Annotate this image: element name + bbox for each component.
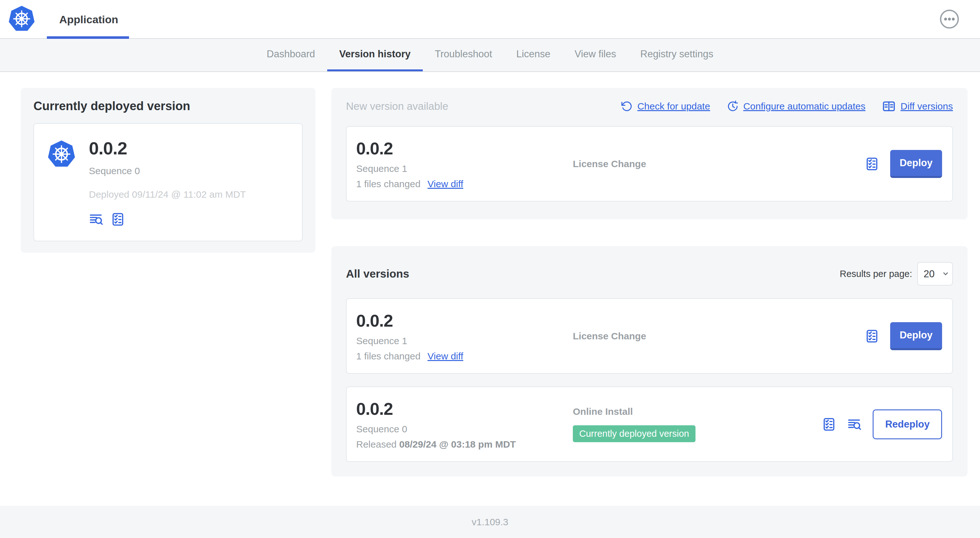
currently-deployed-panel: Currently deployed version [21, 88, 315, 253]
current-version-number: 0.0.2 [89, 138, 246, 159]
files-changed-count: 1 files changed [356, 179, 420, 189]
view-diff-link[interactable]: View diff [428, 351, 463, 362]
configure-automatic-updates-link[interactable]: Configure automatic updates [727, 100, 865, 113]
main-content: Currently deployed version [0, 72, 980, 506]
view-deploy-logs-button[interactable] [847, 417, 862, 432]
version-info: 0.0.2 Sequence 1 1 files changed View di… [356, 311, 573, 362]
deploy-button[interactable]: Deploy [890, 150, 942, 178]
version-released-date: Released 08/29/24 @ 03:18 pm MDT [356, 439, 573, 450]
checklist-icon [111, 212, 125, 227]
results-per-page-select-wrap: 20 [917, 262, 953, 286]
tab-version-history[interactable]: Version history [327, 39, 423, 71]
kubernetes-logo-icon[interactable] [8, 5, 36, 33]
new-version-row: 0.0.2 Sequence 1 1 files changed View di… [346, 126, 953, 202]
currently-deployed-title: Currently deployed version [33, 99, 303, 113]
tab-license[interactable]: License [504, 39, 563, 71]
results-per-page-select[interactable]: 20 [917, 262, 953, 286]
tab-troubleshoot[interactable]: Troubleshoot [423, 39, 504, 71]
refresh-icon [620, 100, 633, 113]
tab-registry-settings[interactable]: Registry settings [628, 39, 725, 71]
files-changed-row: 1 files changed View diff [356, 351, 573, 362]
admin-console-page: Application Dashboard Version history Tr… [0, 0, 980, 538]
app-title-active-indicator [47, 36, 129, 39]
tab-dashboard[interactable]: Dashboard [255, 39, 327, 71]
version-source-column: License Change [573, 331, 865, 341]
view-logs-button[interactable] [89, 212, 103, 227]
results-per-page: Results per page: 20 [840, 262, 953, 286]
new-version-panel: New version available Check for update [331, 88, 967, 219]
version-row-sequence-1: 0.0.2 Sequence 1 1 files changed View di… [346, 298, 953, 374]
deploy-button[interactable]: Deploy [890, 322, 942, 350]
version-source-column: Online Install Currently deployed versio… [573, 406, 822, 442]
update-actions: Check for update Configure automatic upd… [620, 99, 953, 113]
main-nav: Dashboard Version history Troubleshoot L… [0, 39, 980, 72]
redeploy-button[interactable]: Redeploy [873, 409, 942, 439]
version-sequence: Sequence 1 [356, 335, 573, 346]
kubernetes-app-icon [47, 140, 76, 169]
overflow-menu-button[interactable] [939, 9, 959, 29]
version-number: 0.0.2 [356, 311, 573, 330]
check-for-update-link[interactable]: Check for update [620, 100, 710, 113]
all-versions-panel: All versions Results per page: 20 [331, 246, 967, 476]
currently-deployed-badge: Currently deployed version [573, 425, 695, 442]
version-actions: Deploy [865, 322, 942, 350]
diff-versions-link[interactable]: Diff versions [882, 99, 953, 113]
checklist-icon [865, 329, 879, 343]
checklist-icon [822, 417, 836, 432]
version-row-sequence-0: 0.0.2 Sequence 0 Released 08/29/24 @ 03:… [346, 386, 953, 462]
current-version-info: 0.0.2 Sequence 0 Deployed 09/11/24 @ 11:… [89, 138, 246, 227]
logs-icon [847, 417, 862, 432]
version-sequence: Sequence 1 [356, 163, 573, 174]
version-source: License Change [573, 159, 865, 169]
tab-view-files[interactable]: View files [562, 39, 628, 71]
app-header: Application [0, 0, 980, 39]
current-version-deployed-date: Deployed 09/11/24 @ 11:02 am MDT [89, 189, 246, 200]
currently-deployed-card: 0.0.2 Sequence 0 Deployed 09/11/24 @ 11:… [33, 123, 303, 241]
files-changed-count: 1 files changed [356, 351, 420, 362]
checklist-icon [865, 157, 879, 171]
versions-section: New version available Check for update [331, 88, 967, 476]
currently-deployed-section: Currently deployed version [21, 88, 315, 253]
version-source: License Change [573, 331, 865, 341]
version-source-column: License Change [573, 159, 865, 169]
app-title-tab[interactable]: Application [59, 0, 118, 39]
all-versions-title: All versions [346, 267, 409, 280]
ellipsis-icon [939, 9, 959, 29]
version-info: 0.0.2 Sequence 1 1 files changed View di… [356, 138, 573, 189]
app-footer: v1.109.3 [0, 506, 980, 538]
version-actions: Deploy [865, 150, 942, 178]
view-preflight-checks-button[interactable] [865, 329, 879, 343]
diff-icon [882, 99, 896, 113]
view-preflight-checks-button[interactable] [111, 212, 125, 227]
view-preflight-checks-button[interactable] [822, 417, 836, 432]
all-versions-header: All versions Results per page: 20 [346, 262, 953, 286]
scheduled-update-clock-icon [727, 100, 739, 113]
new-version-header: New version available Check for update [346, 99, 953, 113]
new-version-title: New version available [346, 100, 448, 113]
version-info: 0.0.2 Sequence 0 Released 08/29/24 @ 03:… [356, 399, 573, 450]
view-diff-link[interactable]: View diff [428, 179, 463, 189]
current-version-sequence: Sequence 0 [89, 165, 246, 176]
current-version-actions [89, 212, 246, 227]
version-number: 0.0.2 [356, 138, 573, 158]
version-source: Online Install [573, 406, 822, 417]
files-changed-row: 1 files changed View diff [356, 179, 573, 189]
version-actions: Redeploy [822, 409, 942, 439]
results-per-page-label: Results per page: [840, 269, 912, 279]
logs-icon [89, 212, 103, 227]
console-version: v1.109.3 [471, 517, 508, 527]
version-sequence: Sequence 0 [356, 424, 573, 435]
version-number: 0.0.2 [356, 399, 573, 419]
view-preflight-checks-button[interactable] [865, 157, 879, 171]
